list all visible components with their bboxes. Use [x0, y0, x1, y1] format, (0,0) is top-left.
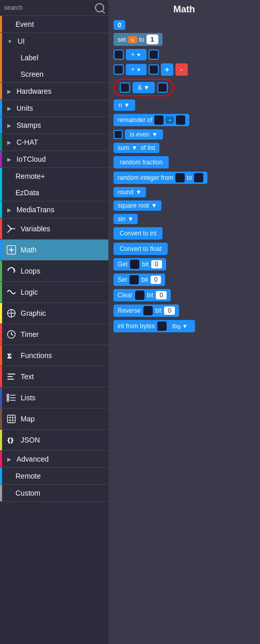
json-icon-box: {} — [5, 434, 18, 446]
square-root-block[interactable]: square root ▼ — [113, 200, 161, 211]
sidebar-item-logic[interactable]: Logic — [0, 282, 108, 302]
text-icon-box — [5, 370, 18, 383]
set-num[interactable]: 1 — [147, 35, 158, 44]
n-dropdown[interactable]: n ▼ — [113, 99, 135, 111]
is-even-block[interactable]: is even ▼ — [125, 129, 163, 140]
sidebar-item-ezdata[interactable]: EzData — [0, 184, 108, 201]
map-icon-box — [5, 413, 18, 425]
sidebar-item-loops[interactable]: Loops — [0, 261, 108, 281]
convert-float-block[interactable]: Convert to float — [113, 243, 168, 255]
sidebar: search Event ▼ UI Label Screen ▶ Hardwar… — [0, 0, 108, 644]
sidebar-item-remote-plus[interactable]: Remote+ — [0, 168, 108, 184]
sidebar-item-map[interactable]: Map — [0, 409, 108, 429]
int-from-bytes-block[interactable]: int from bytes Big ▼ — [113, 320, 195, 332]
sidebar-section-graphic: Graphic — [0, 303, 108, 324]
stamps-arrow: ▶ — [7, 123, 11, 128]
set-bit-block[interactable]: Set bit 0 — [113, 274, 165, 286]
block-square-root: square root ▼ — [113, 200, 255, 211]
sidebar-item-stamps[interactable]: ▶ Stamps — [0, 117, 108, 133]
set-bit-input[interactable] — [129, 275, 139, 284]
block-get-bit: Get bit 0 — [113, 258, 255, 270]
block-sin: sin ▼ — [113, 214, 255, 224]
sidebar-item-label[interactable]: Label — [0, 49, 108, 66]
remainder-block[interactable]: remainder of ÷ — [113, 114, 189, 126]
sin-block[interactable]: sin ▼ — [113, 214, 138, 224]
sidebar-item-custom[interactable]: Custom — [0, 485, 108, 501]
get-bit-block[interactable]: Get bit 0 — [113, 258, 166, 270]
map-icon — [6, 414, 17, 424]
reverse-bit-input[interactable] — [143, 306, 153, 315]
add-dropdown2[interactable]: + ▼ — [126, 64, 147, 75]
search-icon[interactable] — [95, 3, 104, 12]
sidebar-item-ui[interactable]: ▼ UI — [0, 33, 108, 49]
set-bit-num[interactable]: 0 — [151, 276, 161, 284]
page-title: Math — [113, 4, 255, 15]
logic-icon — [6, 287, 17, 297]
clear-bit-input[interactable] — [135, 291, 144, 300]
add2-input-right[interactable] — [149, 64, 159, 75]
amp-input-left[interactable] — [120, 82, 130, 93]
int-from-bytes-input[interactable] — [157, 321, 167, 331]
sidebar-item-iotcloud[interactable]: ▶ IoTCloud — [0, 151, 108, 167]
remainder-var[interactable] — [154, 115, 164, 125]
reverse-bit-block[interactable]: Reverse bit 0 — [113, 304, 179, 317]
clear-bit-num[interactable]: 0 — [156, 291, 167, 299]
minus-btn[interactable]: - — [175, 63, 188, 76]
set-label: set — [118, 36, 126, 43]
zero-badge[interactable]: 0 — [113, 20, 125, 30]
sidebar-item-event[interactable]: Event — [0, 16, 108, 32]
plus-btn[interactable]: + — [161, 63, 173, 76]
remainder-var2[interactable] — [176, 115, 185, 125]
sidebar-item-remote[interactable]: Remote — [0, 468, 108, 484]
sidebar-section-variables: Variables — [0, 218, 108, 240]
random-fraction-block[interactable]: random fraction — [113, 156, 169, 168]
sidebar-item-text[interactable]: Text — [0, 366, 108, 387]
random-int-block[interactable]: random integer from to — [113, 172, 207, 184]
sum-of-label: of list — [141, 144, 155, 151]
sidebar-item-units[interactable]: ▶ Units — [0, 100, 108, 116]
sidebar-item-mediatrans[interactable]: ▶ MediaTrans — [0, 201, 108, 218]
sidebar-section-event: Event — [0, 16, 108, 33]
sidebar-section-math: Math — [0, 240, 108, 261]
sidebar-item-screen[interactable]: Screen — [0, 66, 108, 82]
sidebar-section-functions: Σ Functions — [0, 345, 108, 366]
sidebar-item-chat[interactable]: ▶ C-HAT — [0, 134, 108, 150]
block-reverse-bit: Reverse bit 0 — [113, 304, 255, 317]
sidebar-item-variables[interactable]: Variables — [0, 218, 108, 239]
clear-bit-block[interactable]: Clear bit 0 — [113, 289, 171, 301]
mediatrans-arrow: ▶ — [7, 207, 11, 213]
block-int-from-bytes: int from bytes Big ▼ — [113, 320, 255, 332]
endian-dropdown[interactable]: Big ▼ — [169, 322, 191, 330]
is-even-input[interactable] — [113, 130, 123, 139]
sidebar-item-hardwares[interactable]: ▶ Hardwares — [0, 83, 108, 99]
amp-dropdown[interactable]: & ▼ — [133, 82, 155, 93]
set-var[interactable]: x — [128, 36, 137, 43]
timer-icon — [6, 329, 17, 340]
svg-rect-14 — [7, 397, 9, 398]
sidebar-section-advanced: ▶ Advanced — [0, 451, 108, 468]
get-bit-num[interactable]: 0 — [151, 260, 162, 268]
sidebar-item-lists[interactable]: Lists — [0, 387, 108, 408]
sidebar-item-math[interactable]: Math — [0, 240, 108, 260]
search-bar[interactable]: search — [0, 0, 108, 16]
sidebar-section-mediatrans: ▶ MediaTrans — [0, 201, 108, 218]
sidebar-item-advanced[interactable]: ▶ Advanced — [0, 451, 108, 467]
add-input-right[interactable] — [149, 49, 159, 60]
random-int-from[interactable] — [175, 173, 185, 182]
add2-input-left[interactable] — [113, 64, 124, 75]
round-block[interactable]: round ▼ — [113, 187, 146, 197]
get-bit-input[interactable] — [130, 260, 139, 269]
sidebar-item-functions[interactable]: Σ Functions — [0, 345, 108, 366]
sidebar-item-json[interactable]: {} JSON — [0, 430, 108, 450]
amp-input-right[interactable] — [157, 82, 168, 93]
convert-int-block[interactable]: Convert to int — [113, 227, 163, 240]
reverse-bit-num[interactable]: 0 — [164, 307, 175, 315]
sidebar-item-timer[interactable]: Timer — [0, 324, 108, 345]
add-dropdown1[interactable]: + ▼ — [126, 49, 147, 60]
sidebar-item-graphic[interactable]: Graphic — [0, 303, 108, 324]
sum-block[interactable]: sum ▼ of list — [113, 143, 159, 153]
lists-icon-box — [5, 392, 18, 404]
random-int-to[interactable] — [194, 173, 203, 182]
set-to-block[interactable]: set x to 1 — [113, 33, 163, 46]
add-input-left[interactable] — [113, 49, 124, 60]
